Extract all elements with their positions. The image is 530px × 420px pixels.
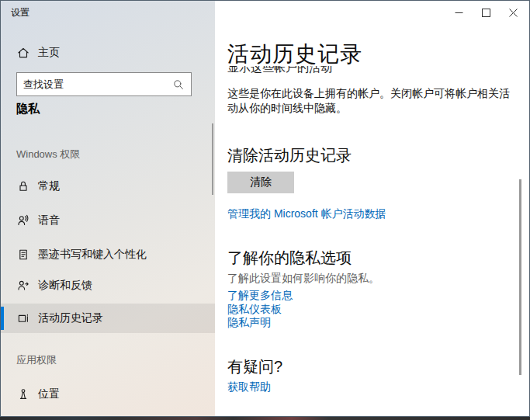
window-controls (445, 1, 527, 24)
questions-heading: 有疑问? (227, 356, 282, 377)
sidebar-scrollbar[interactable] (212, 123, 213, 195)
sidebar-item-general[interactable]: 常规 (1, 172, 215, 201)
sidebar-item-location[interactable]: 位置 (1, 380, 215, 409)
search-icon[interactable] (173, 79, 184, 90)
minimize-button[interactable] (445, 1, 473, 24)
learn-more-link[interactable]: 了解更多信息 (227, 289, 293, 303)
sidebar-item-label: 常规 (38, 179, 60, 193)
search-input[interactable] (17, 78, 173, 90)
close-icon (509, 9, 518, 17)
sidebar-item-diagnostics[interactable]: 诊断和反馈 (1, 271, 215, 300)
section-header-windows-permissions: Windows 权限 (16, 148, 80, 161)
category-title: 隐私 (16, 102, 40, 116)
main-scrollbar[interactable] (519, 179, 521, 375)
privacy-options-description: 了解此设置如何影响你的隐私。 (227, 272, 379, 286)
clear-section-heading: 清除活动历史记录 (227, 145, 352, 166)
maximize-button[interactable] (473, 1, 500, 24)
sidebar-item-inking[interactable]: 墨迹书写和键入个性化 (1, 240, 215, 269)
taskbar-sliver (0, 417, 530, 420)
close-button[interactable] (500, 1, 527, 24)
settings-search[interactable] (16, 72, 192, 96)
sidebar-item-activity-history[interactable]: 活动历史记录 (1, 304, 215, 333)
minimize-icon (455, 9, 463, 17)
sidebar-item-speech[interactable]: 语音 (1, 206, 215, 235)
sidebar-item-label: 位置 (38, 387, 60, 401)
sidebar: 设置 主页 隐私 Windows 权限 常规 (1, 1, 215, 416)
inking-icon (17, 248, 29, 261)
clear-button[interactable]: 清除 (227, 172, 294, 193)
privacy-statement-link[interactable]: 隐私声明 (227, 316, 271, 330)
intro-text: 这些是你在此设备上拥有的帐户。关闭帐户可将帐户相关活动从你的时间线中隐藏。 (227, 86, 519, 116)
page-title: 活动历史记录 (227, 40, 362, 69)
location-icon (17, 388, 29, 401)
clipped-subtitle: 显示这些帐户的活动 (227, 66, 460, 75)
privacy-dashboard-link[interactable]: 隐私仪表板 (227, 303, 282, 317)
diagnostics-icon (17, 279, 29, 292)
settings-window: 设置 主页 隐私 Windows 权限 常规 (0, 0, 530, 417)
sidebar-item-label: 语音 (38, 213, 60, 227)
section-header-app-permissions: 应用权限 (16, 353, 57, 367)
speech-icon (17, 214, 29, 227)
maximize-icon (482, 9, 490, 17)
sidebar-item-label: 墨迹书写和键入个性化 (38, 248, 147, 262)
sidebar-item-label: 主页 (38, 46, 60, 60)
sidebar-item-label: 活动历史记录 (38, 311, 103, 325)
sidebar-item-label: 诊断和反馈 (38, 279, 92, 293)
manage-account-data-link[interactable]: 管理我的 Microsoft 帐户活动数据 (227, 207, 386, 221)
sidebar-item-home[interactable]: 主页 (1, 38, 215, 68)
home-icon (17, 47, 29, 59)
lock-icon (17, 180, 29, 193)
activity-history-icon (17, 312, 29, 325)
window-title: 设置 (11, 6, 29, 19)
privacy-options-heading: 了解你的隐私选项 (227, 248, 352, 269)
get-help-link[interactable]: 获取帮助 (227, 380, 271, 394)
main-pane: 活动历史记录 显示这些帐户的活动 这些是你在此设备上拥有的帐户。关闭帐户可将帐户… (215, 1, 529, 416)
